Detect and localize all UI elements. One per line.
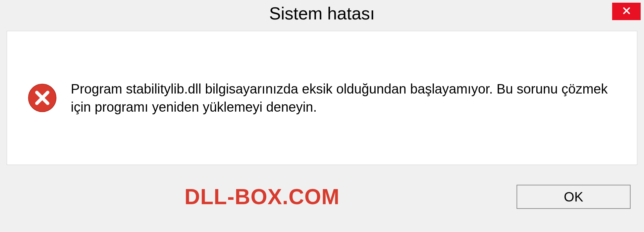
close-icon [622,6,631,17]
watermark-text: DLL-BOX.COM [184,184,340,209]
close-button[interactable] [612,3,641,20]
dialog-footer: DLL-BOX.COM OK [0,172,644,222]
dialog-title: Sistem hatası [269,3,375,23]
error-dialog: Sistem hatası Program stabilitylib.dll b… [0,0,644,232]
titlebar: Sistem hatası [0,0,644,27]
ok-button-label: OK [564,189,583,205]
error-message: Program stabilitylib.dll bilgisayarınızd… [71,80,617,116]
content-area: Program stabilitylib.dll bilgisayarınızd… [7,31,637,165]
ok-button[interactable]: OK [517,185,631,209]
error-icon [27,83,57,113]
